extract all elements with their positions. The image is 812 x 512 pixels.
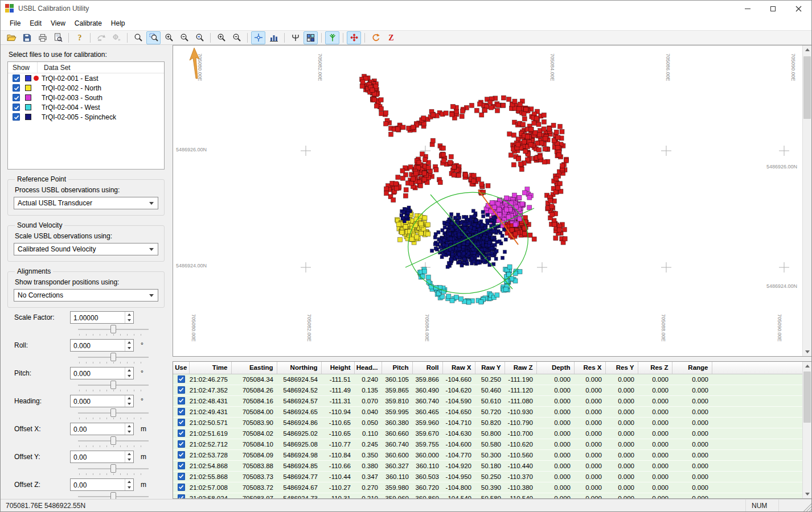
column-header-res-y[interactable]: Res Y (605, 362, 638, 374)
transponder-spread-button[interactable] (347, 31, 361, 44)
column-header-raw-z[interactable]: Raw Z (505, 362, 536, 374)
table-row[interactable]: 21:02:47.352705084.265486924.52-111.490.… (173, 385, 802, 395)
checkbox-checked-icon[interactable] (178, 419, 185, 426)
datasets-grid-button[interactable] (304, 31, 318, 44)
column-header-roll[interactable]: Roll (412, 362, 442, 374)
checkbox-checked-icon[interactable] (13, 94, 20, 101)
spin-down-button[interactable] (125, 401, 133, 407)
transponder-fork-button[interactable] (288, 31, 302, 44)
slider-thumb[interactable] (110, 353, 116, 361)
spin-up-button[interactable] (125, 451, 133, 457)
spin-up-button[interactable] (125, 368, 133, 373)
scrollbar-track[interactable] (803, 54, 811, 348)
rotate-button[interactable] (368, 31, 383, 44)
offset-x-spinner[interactable]: 0.00 (70, 423, 134, 435)
save-button[interactable] (20, 31, 34, 44)
menu-file[interactable]: File (5, 18, 25, 29)
help-button[interactable]: ? (72, 31, 87, 44)
checkbox-checked-icon[interactable] (13, 75, 20, 82)
spin-up-button[interactable] (125, 340, 133, 345)
column-header-range[interactable]: Range (672, 362, 712, 374)
checkbox-checked-icon[interactable] (178, 484, 185, 491)
heading-slider[interactable] (77, 408, 150, 419)
table-vertical-scrollbar[interactable] (802, 362, 811, 498)
table-row[interactable]: 21:02:49.431705084.005486924.65-110.940.… (173, 406, 802, 417)
maximize-button[interactable] (760, 1, 786, 16)
offset-y-spinner[interactable]: 0.00 (70, 451, 134, 463)
file-list-item[interactable]: TrQI-02-001 - East (8, 73, 164, 83)
scrollbar-track[interactable] (803, 370, 811, 490)
observations-table[interactable]: UseTimeEastingNorthingHeightHead...Pitch… (173, 362, 802, 498)
menu-calibrate[interactable]: Calibrate (70, 18, 106, 29)
checkbox-checked-icon[interactable] (178, 494, 185, 498)
file-list-item[interactable]: TrQI-02-002 - North (8, 83, 164, 93)
scroll-down-button[interactable] (803, 348, 811, 356)
minimize-button[interactable] (735, 1, 760, 16)
alignment-tree-button[interactable] (325, 31, 339, 44)
checkbox-checked-icon[interactable] (178, 375, 185, 383)
print-preview-button[interactable] (51, 31, 65, 44)
scale-factor-spinner[interactable]: 1.00000 (70, 311, 134, 324)
zoom-dataset-button[interactable] (214, 31, 228, 44)
alignments-combo[interactable]: No Corrections (14, 289, 158, 302)
checkbox-checked-icon[interactable] (13, 113, 20, 121)
histogram-button[interactable] (266, 31, 281, 44)
checkbox-checked-icon[interactable] (13, 84, 20, 92)
offset-z-slider[interactable] (77, 492, 150, 499)
scroll-down-button[interactable] (803, 490, 811, 498)
checkbox-checked-icon[interactable] (178, 451, 185, 459)
menu-help[interactable]: Help (106, 18, 130, 29)
table-row[interactable]: 21:02:51.619705084.025486925.02-110.650.… (173, 428, 802, 439)
spin-up-button[interactable] (125, 423, 133, 429)
checkbox-checked-icon[interactable] (178, 462, 185, 469)
open-button[interactable] (5, 31, 19, 44)
zoom-last-button[interactable] (192, 31, 207, 44)
table-row[interactable]: 21:02:50.571705083.905486924.86-110.650.… (173, 417, 802, 428)
file-list-item[interactable]: TrQI-02-005 - Spincheck (8, 112, 164, 122)
spin-down-button[interactable] (125, 345, 133, 351)
sound-velocity-combo[interactable]: Calibrated Sound Velocity (14, 243, 158, 255)
column-header-head[interactable]: Head... (354, 362, 382, 374)
slider-thumb[interactable] (110, 464, 116, 473)
spin-down-button[interactable] (125, 485, 133, 490)
column-header-northing[interactable]: Northing (277, 362, 321, 374)
column-header-height[interactable]: Height (321, 362, 354, 374)
scroll-up-button[interactable] (803, 362, 811, 370)
table-row[interactable]: 21:02:58.024705083.975486924.73-110.310.… (173, 493, 802, 498)
zoom-out-button[interactable] (177, 31, 191, 44)
table-row[interactable]: 21:02:54.868705083.885486924.85-110.660.… (173, 460, 802, 471)
scrollbar-thumb[interactable] (803, 371, 811, 423)
z-scale-button[interactable]: Z (384, 31, 398, 44)
offset-z-spinner[interactable]: 0.00 (70, 478, 134, 491)
slider-thumb[interactable] (110, 325, 116, 333)
checkbox-checked-icon[interactable] (178, 408, 185, 415)
reference-point-combo[interactable]: Actual USBL Transducer (14, 197, 158, 209)
zoom-in-button[interactable] (162, 31, 176, 44)
column-header-res-z[interactable]: Res Z (638, 362, 672, 374)
table-row[interactable]: 21:02:53.728705084.095486924.98-110.840.… (173, 449, 802, 460)
file-list-item[interactable]: TrQI-02-003 - South (8, 93, 164, 102)
checkbox-checked-icon[interactable] (178, 440, 185, 448)
spin-down-button[interactable] (125, 457, 133, 463)
roll-spinner[interactable]: 0.000 (70, 339, 134, 352)
table-row[interactable]: 21:02:57.008705083.725486924.67-110.270.… (173, 482, 802, 493)
spin-down-button[interactable] (125, 373, 133, 379)
slider-thumb[interactable] (110, 492, 116, 499)
print-button[interactable] (35, 31, 50, 44)
table-row[interactable]: 21:02:55.868705083.735486924.77-110.440.… (173, 471, 802, 482)
offset-y-slider[interactable] (77, 464, 150, 475)
column-header-time[interactable]: Time (189, 362, 231, 374)
checkbox-checked-icon[interactable] (178, 473, 185, 480)
spin-down-button[interactable] (125, 317, 133, 323)
checkbox-checked-icon[interactable] (178, 430, 185, 437)
file-list[interactable]: Show Data Set TrQI-02-001 - EastTrQI-02-… (7, 61, 165, 170)
column-header-pitch[interactable]: Pitch (382, 362, 412, 374)
heading-spinner[interactable]: 0.000 (70, 395, 134, 407)
roll-slider[interactable] (77, 352, 150, 364)
plot-canvas[interactable]: 705080.00E705082.00E705084.00E705086.00E… (173, 46, 802, 356)
checkbox-checked-icon[interactable] (178, 397, 185, 404)
scrollbar-thumb[interactable] (803, 56, 811, 119)
table-row[interactable]: 21:02:46.275705084.345486924.54-111.510.… (173, 374, 802, 385)
spin-up-button[interactable] (125, 395, 133, 401)
menu-edit[interactable]: Edit (25, 18, 46, 29)
